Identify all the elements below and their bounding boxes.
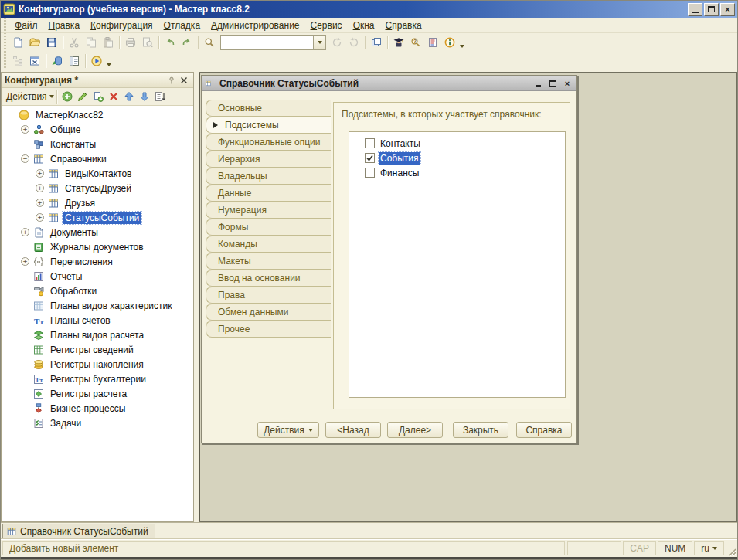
- expand-icon[interactable]: +: [36, 184, 44, 192]
- dialog-tab-Макеты[interactable]: Макеты: [206, 253, 331, 270]
- open-folder-icon[interactable]: [26, 34, 43, 51]
- dialog-tab-Формы[interactable]: Формы: [206, 219, 331, 236]
- toolbar-overflow-icon[interactable]: [105, 53, 113, 70]
- subsystem-row-События[interactable]: События: [365, 151, 565, 165]
- actions-dropdown-icon[interactable]: [49, 95, 54, 98]
- menu-окна[interactable]: Окна: [348, 19, 380, 32]
- subsystem-row-Финансы[interactable]: Финансы: [365, 165, 565, 180]
- tree-item-Справочники[interactable]: −Справочники: [2, 151, 193, 166]
- collapse-icon[interactable]: −: [21, 154, 29, 163]
- dialog-button-Действия[interactable]: Действия: [257, 422, 319, 438]
- unchecked-checkbox[interactable]: [365, 168, 375, 178]
- dialog-tab-Подсистемы[interactable]: Подсистемы: [206, 117, 331, 134]
- clone-window-icon[interactable]: [368, 34, 385, 51]
- dialog-tab-Функциональные опции[interactable]: Функциональные опции: [206, 134, 331, 151]
- pin-icon[interactable]: [165, 74, 178, 87]
- dialog-tab-Основные[interactable]: Основные: [206, 100, 331, 117]
- global-search-input[interactable]: [220, 35, 313, 50]
- tree-item-СтатусыДрузей[interactable]: +СтатусыДрузей: [2, 181, 193, 195]
- tree-item-Бизнес-процессы[interactable]: Бизнес-процессы: [2, 401, 193, 416]
- dialog-tab-Команды[interactable]: Команды: [206, 236, 331, 253]
- dialog-button-Далее[interactable]: Далее>: [387, 422, 443, 438]
- new-document-icon[interactable]: [9, 34, 26, 51]
- checked-checkbox[interactable]: [365, 153, 375, 163]
- tree-item-Перечисления[interactable]: +Перечисления: [2, 254, 193, 269]
- open-configuration-icon[interactable]: [26, 53, 43, 70]
- actions-menu-button[interactable]: Действия: [6, 91, 47, 102]
- dialog-maximize-button[interactable]: [546, 78, 559, 89]
- toolbar-overflow-icon[interactable]: [458, 34, 466, 51]
- tree-item-Отчеты[interactable]: Отчеты: [2, 269, 193, 283]
- delete-icon[interactable]: [106, 89, 121, 104]
- menu-справка[interactable]: Справка: [380, 19, 427, 32]
- save-icon[interactable]: [43, 34, 60, 51]
- panel-close-icon[interactable]: [178, 74, 190, 87]
- expand-icon[interactable]: +: [21, 257, 29, 266]
- dialog-tab-Владельцы[interactable]: Владельцы: [206, 168, 331, 185]
- tree-item-Документы[interactable]: +Документы: [2, 225, 193, 239]
- dialog-button-Закрыть[interactable]: Закрыть: [453, 422, 508, 438]
- dialog-tab-Данные[interactable]: Данные: [206, 185, 331, 202]
- template-document-icon[interactable]: [424, 34, 441, 51]
- tree-item-СтатусыСобытий[interactable]: +СтатусыСобытий: [2, 210, 193, 225]
- move-up-icon[interactable]: [121, 89, 137, 104]
- tree-item-Друзья[interactable]: +Друзья: [2, 195, 193, 210]
- debug-run-icon[interactable]: [88, 53, 105, 70]
- dialog-minimize-button[interactable]: [532, 78, 544, 89]
- expand-icon[interactable]: +: [21, 125, 29, 134]
- expand-icon[interactable]: +: [36, 169, 44, 178]
- tree-item-МастерКласс82[interactable]: МастерКласс82: [2, 107, 193, 122]
- minimize-button[interactable]: [688, 3, 702, 16]
- menu-файл[interactable]: Файл: [9, 19, 43, 32]
- tree-item-Журналы документов[interactable]: Журналы документов: [2, 239, 193, 254]
- dialog-button-Назад[interactable]: <Назад: [325, 422, 381, 438]
- close-button[interactable]: ×: [720, 3, 735, 16]
- tree-item-Регистры накопления[interactable]: Регистры накопления: [2, 357, 193, 372]
- menu-администрирование[interactable]: Администрирование: [206, 19, 304, 32]
- expand-icon[interactable]: +: [36, 213, 44, 222]
- toolbar-grip[interactable]: [2, 33, 8, 52]
- undo-arrow-icon[interactable]: [162, 34, 179, 51]
- toolbar-grip[interactable]: [2, 52, 8, 70]
- resize-grip[interactable]: [725, 540, 737, 557]
- tree-item-Регистры расчета[interactable]: Регистры расчета: [2, 386, 193, 401]
- dialog-tab-Иерархия[interactable]: Иерархия: [206, 151, 331, 168]
- unchecked-checkbox[interactable]: [365, 138, 375, 148]
- tree-item-Общие[interactable]: +Общие: [2, 122, 193, 137]
- search-dropdown-icon[interactable]: [313, 35, 326, 50]
- menubar-grip[interactable]: [2, 18, 8, 32]
- dialog-tab-Обмен данными[interactable]: Обмен данными: [206, 304, 331, 321]
- dialog-tab-Ввод на основании[interactable]: Ввод на основании: [206, 270, 331, 287]
- info-icon[interactable]: [441, 34, 458, 51]
- dialog-tab-Нумерация[interactable]: Нумерация: [206, 202, 331, 219]
- expand-icon[interactable]: +: [21, 228, 29, 236]
- find-in-help-icon[interactable]: ?: [407, 34, 424, 51]
- expand-icon[interactable]: +: [36, 199, 44, 207]
- tree-item-Планы видов характеристик[interactable]: Планы видов характеристик: [2, 298, 193, 313]
- maximize-button[interactable]: [704, 3, 719, 16]
- tree-item-Константы[interactable]: Константы: [2, 137, 193, 151]
- tree-item-Регистры сведений[interactable]: Регистры сведений: [2, 342, 193, 357]
- copy-add-icon[interactable]: [90, 89, 106, 104]
- menu-сервис[interactable]: Сервис: [305, 19, 348, 32]
- syntax-assistant-icon[interactable]: [390, 34, 407, 51]
- dialog-titlebar[interactable]: Справочник СтатусыСобытий ×: [202, 76, 576, 91]
- update-database-icon[interactable]: [49, 53, 66, 70]
- tree-item-Регистры бухгалтерии[interactable]: ТтРегистры бухгалтерии: [2, 372, 193, 386]
- dialog-tab-Прочее[interactable]: Прочее: [206, 321, 331, 338]
- window-tab-Справочник СтатусыСобытий[interactable]: Справочник СтатусыСобытий: [2, 524, 155, 539]
- move-down-icon[interactable]: [137, 89, 152, 104]
- dialog-tab-Права[interactable]: Права: [206, 287, 331, 304]
- tree-item-ВидыКонтактов[interactable]: +ВидыКонтактов: [2, 166, 193, 181]
- menu-отладка[interactable]: Отладка: [158, 19, 206, 32]
- form-window-icon[interactable]: [66, 53, 83, 70]
- edit-icon[interactable]: [75, 89, 90, 104]
- redo-arrow-icon[interactable]: [179, 34, 196, 51]
- dialog-close-button[interactable]: ×: [561, 78, 573, 89]
- menu-конфигурация[interactable]: Конфигурация: [85, 19, 158, 32]
- add-icon[interactable]: [60, 89, 75, 104]
- language-selector[interactable]: ru: [694, 541, 724, 555]
- tree-item-Планы счетов[interactable]: ТтПланы счетов: [2, 313, 193, 328]
- find-icon[interactable]: [201, 34, 218, 51]
- menu-правка[interactable]: Правка: [43, 19, 86, 32]
